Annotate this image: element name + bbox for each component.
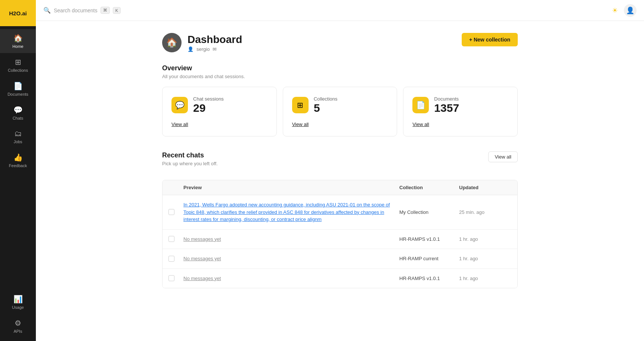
dashboard-home-icon: 🏠 — [166, 37, 177, 48]
stat-value-documents: 1357 — [434, 102, 459, 114]
stat-view-all-documents[interactable]: View all — [412, 122, 508, 127]
stat-view-all-chat[interactable]: View all — [171, 122, 267, 127]
sidebar-item-feedback[interactable]: 👍 Feedback — [0, 148, 36, 172]
sidebar: H2O.ai 🏠 Home ⊞ Collections 📄 Documents … — [0, 0, 36, 341]
sidebar-nav: 🏠 Home ⊞ Collections 📄 Documents 💬 Chats… — [0, 26, 36, 290]
chat-sessions-icon: 💬 — [175, 101, 185, 110]
stat-value-collections: 5 — [314, 102, 338, 114]
chats-icon: 💬 — [13, 105, 23, 114]
recent-chats-view-all-button[interactable]: View all — [488, 151, 518, 162]
collections-icon: ⊞ — [15, 58, 21, 67]
search-box: 🔍 Search documents ⌘ K — [43, 7, 607, 14]
collections-stat-icon: ⊞ — [297, 101, 303, 110]
row-collection-3: HR-RAMPS v1.0.1 — [399, 276, 459, 281]
page-icon: 🏠 — [162, 33, 182, 52]
topbar-right: ☀ 👤 — [612, 4, 637, 17]
overview-subtitle: All your documents and chat sessions. — [162, 74, 518, 79]
row-updated-1: 1 hr. ago — [459, 236, 511, 242]
sidebar-item-documents[interactable]: 📄 Documents — [0, 77, 36, 101]
new-collection-button[interactable]: + New collection — [462, 33, 518, 46]
user-avatar-icon: 👤 — [626, 6, 634, 15]
usage-icon: 📊 — [13, 295, 23, 304]
page-header-left: 🏠 Dashboard 👤 sergio ✉ — [162, 33, 242, 52]
documents-icon: 📄 — [13, 82, 23, 90]
row-checkbox-3[interactable] — [168, 275, 183, 281]
stat-label-chat: Chat sessions — [193, 96, 224, 102]
page-header: 🏠 Dashboard 👤 sergio ✉ + New collection — [162, 33, 518, 52]
stat-info-documents: Documents 1357 — [434, 96, 459, 114]
table-col-collection: Collection — [399, 185, 459, 190]
recent-chats-title: Recent chats — [162, 151, 218, 159]
recent-chats-section: Recent chats Pick up where you left off.… — [162, 151, 518, 288]
table-col-updated: Updated — [459, 185, 511, 190]
stat-icon-collections: ⊞ — [292, 97, 309, 113]
sidebar-item-label: Feedback — [9, 163, 27, 168]
row-checkbox-2[interactable] — [168, 256, 183, 262]
recent-chats-subtitle: Pick up where you left off. — [162, 161, 218, 166]
row-collection-1: HR-RAMPS v1.0.1 — [399, 236, 459, 242]
stat-header-collections: ⊞ Collections 5 — [292, 96, 388, 114]
email-icon: ✉ — [213, 46, 217, 52]
user-icon: 👤 — [188, 46, 193, 52]
stat-card-collections: ⊞ Collections 5 View all — [283, 87, 397, 136]
page-title: Dashboard — [188, 34, 242, 46]
stat-info-collections: Collections 5 — [314, 96, 338, 114]
stats-grid: 💬 Chat sessions 29 View all — [162, 87, 518, 136]
user-avatar[interactable]: 👤 — [624, 4, 637, 17]
overview-title: Overview — [162, 64, 518, 72]
overview-section: Overview All your documents and chat ses… — [162, 64, 518, 136]
table-head: Preview Collection Updated — [162, 180, 517, 195]
stat-icon-documents: 📄 — [412, 97, 429, 113]
theme-toggle-icon[interactable]: ☀ — [612, 6, 618, 15]
recent-chats-header: Recent chats Pick up where you left off.… — [162, 151, 518, 174]
sidebar-item-collections[interactable]: ⊞ Collections — [0, 53, 36, 77]
row-updated-0: 25 min. ago — [459, 209, 511, 215]
recent-chats-title-block: Recent chats Pick up where you left off. — [162, 151, 218, 174]
page-meta: 👤 sergio ✉ — [188, 46, 242, 52]
page-title-block: Dashboard 👤 sergio ✉ — [188, 34, 242, 52]
sidebar-item-home[interactable]: 🏠 Home — [0, 29, 36, 53]
stat-view-all-collections[interactable]: View all — [292, 122, 388, 127]
sidebar-item-usage[interactable]: 📊 Usage — [0, 290, 36, 314]
topbar: 🔍 Search documents ⌘ K ☀ 👤 — [36, 0, 644, 21]
sidebar-logo[interactable]: H2O.ai — [0, 0, 36, 26]
sidebar-item-jobs[interactable]: 🗂 Jobs — [0, 125, 36, 148]
documents-stat-icon: 📄 — [416, 101, 425, 110]
row-preview-2[interactable]: No messages yet — [183, 255, 399, 262]
feedback-icon: 👍 — [13, 153, 23, 162]
main-container: 🔍 Search documents ⌘ K ☀ 👤 🏠 Dashboard — [36, 0, 644, 341]
sidebar-item-label: Collections — [8, 68, 28, 73]
row-preview-1[interactable]: No messages yet — [183, 236, 399, 243]
sidebar-bottom: 📊 Usage ⚙ APIs — [0, 290, 36, 341]
row-preview-0[interactable]: In 2021, Wells Fargo adopted new account… — [183, 201, 399, 223]
stat-header-documents: 📄 Documents 1357 — [412, 96, 508, 114]
sidebar-item-label: APIs — [13, 329, 22, 334]
table-col-preview: Preview — [183, 185, 399, 190]
page-meta-user: sergio — [196, 46, 210, 52]
search-icon: 🔍 — [43, 7, 51, 14]
apis-icon: ⚙ — [15, 319, 21, 328]
table-row: No messages yet HR-RAMPS v1.0.1 1 hr. ag… — [162, 230, 517, 249]
stat-card-documents: 📄 Documents 1357 View all — [403, 87, 518, 136]
row-checkbox-0[interactable] — [168, 209, 183, 215]
sidebar-item-label: Documents — [7, 92, 28, 96]
jobs-icon: 🗂 — [14, 129, 22, 138]
chat-table: Preview Collection Updated In 2021, Well… — [162, 180, 518, 288]
content-inner: 🏠 Dashboard 👤 sergio ✉ + New collection — [153, 21, 527, 300]
stat-info-chat: Chat sessions 29 — [193, 96, 224, 114]
row-updated-2: 1 hr. ago — [459, 256, 511, 261]
row-checkbox-1[interactable] — [168, 236, 183, 242]
home-icon: 🏠 — [13, 34, 23, 43]
row-collection-0: My Collection — [399, 209, 459, 215]
search-placeholder[interactable]: Search documents — [54, 7, 97, 13]
sidebar-item-chats[interactable]: 💬 Chats — [0, 101, 36, 125]
sidebar-item-label: Home — [12, 44, 23, 49]
row-preview-3[interactable]: No messages yet — [183, 275, 399, 282]
sidebar-item-label: Jobs — [13, 139, 22, 144]
sidebar-item-apis[interactable]: ⚙ APIs — [0, 314, 36, 338]
search-kbd-cmd: ⌘ — [100, 7, 110, 14]
new-collection-label: + New collection — [469, 37, 510, 43]
stat-header-chat: 💬 Chat sessions 29 — [171, 96, 267, 114]
stat-card-chat-sessions: 💬 Chat sessions 29 View all — [162, 87, 277, 136]
search-kbd-k: K — [113, 7, 121, 14]
